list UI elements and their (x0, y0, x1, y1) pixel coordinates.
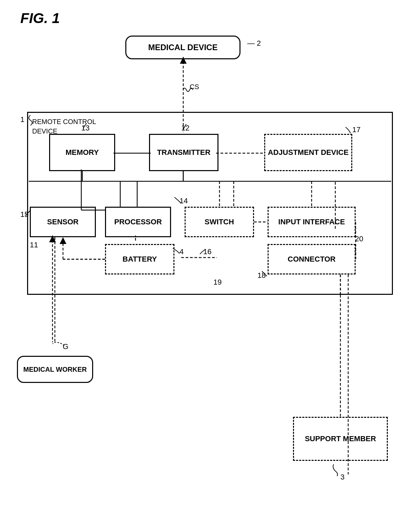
connector-box: CONNECTOR (268, 244, 356, 274)
medical-worker-box: MEDICAL WORKER (17, 356, 93, 383)
switch-box: SWITCH (185, 207, 254, 237)
ref-11: 11 (30, 241, 38, 249)
ref-19: 19 (213, 278, 222, 287)
support-member-box: SUPPORT MEMBER (293, 417, 388, 461)
memory-box: MEMORY (49, 134, 115, 171)
medical-device-box: MEDICAL DEVICE (125, 36, 240, 59)
transmitter-box: TRANSMITTER (149, 134, 218, 171)
battery-box: BATTERY (105, 244, 174, 274)
input-interface-box: INPUT INTERFACE (268, 207, 356, 237)
ref-1: 1 (20, 115, 24, 124)
ref-20: 20 (355, 234, 363, 243)
diagram: FIG. 1 (0, 0, 420, 531)
fig-title: FIG. 1 (20, 10, 60, 26)
sensor-box: SENSOR (30, 207, 96, 237)
adjustment-device-box: ADJUSTMENT DEVICE (264, 134, 352, 171)
ref-2: — 2 (247, 39, 261, 48)
processor-box: PROCESSOR (105, 207, 171, 237)
